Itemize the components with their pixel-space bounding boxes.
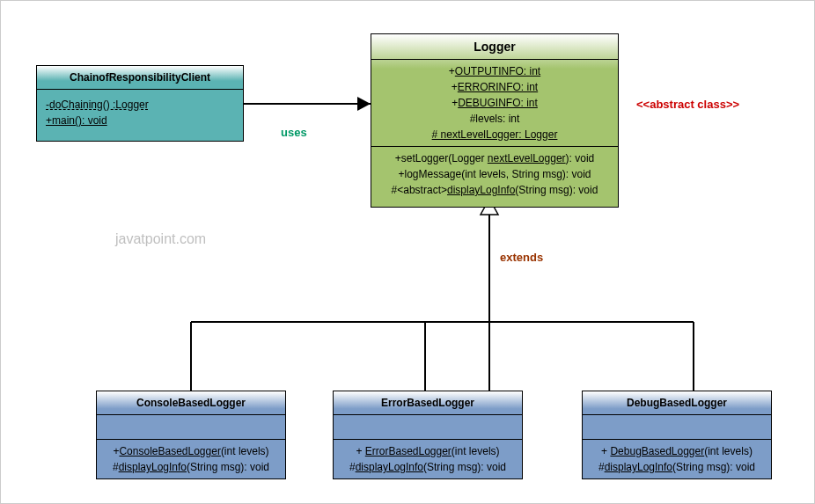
- method-row: #displayLogInfo(String msg): void: [588, 459, 766, 475]
- class-title: Logger: [371, 34, 618, 60]
- method-row: +ConsoleBasedLogger(int levels): [102, 443, 280, 459]
- label-extends: extends: [500, 251, 543, 264]
- attr-row: #levels: int: [377, 111, 613, 127]
- class-chain-of-responsibility-client: ChainofResponsibilityClient -doChaining(…: [36, 65, 244, 142]
- class-title: ErrorBasedLogger: [334, 391, 522, 415]
- method-row: #<abstract>displayLogInfo(String msg): v…: [377, 182, 613, 198]
- class-console-based-logger: ConsoleBasedLogger +ConsoleBasedLogger(i…: [96, 391, 286, 479]
- attr-row: +OUTPUTINFO: int: [377, 63, 613, 79]
- class-title: ConsoleBasedLogger: [97, 391, 285, 415]
- attr-row: # nextLevelLogger: Logger: [377, 127, 613, 142]
- method-row: + ErrorBasedLogger(int levels): [339, 443, 517, 459]
- attr-row: +ERRORINFO: int: [377, 79, 613, 95]
- label-abstract-class: <<abstract class>>: [636, 98, 739, 111]
- class-debug-based-logger: DebugBasedLogger + DebugBasedLogger(int …: [582, 391, 772, 479]
- empty-section: [334, 415, 522, 440]
- class-title: DebugBasedLogger: [583, 391, 771, 415]
- empty-section: [583, 415, 771, 440]
- attr-row: +DEBUGINFO: int: [377, 95, 613, 111]
- class-error-based-logger: ErrorBasedLogger + ErrorBasedLogger(int …: [333, 391, 523, 479]
- svg-marker-1: [357, 97, 371, 111]
- method-row: +main(): void: [46, 113, 234, 128]
- label-uses: uses: [281, 126, 307, 139]
- method-row: +setLogger(Logger nextLevelLogger): void: [377, 150, 613, 166]
- method-row: +logMessage(int levels, String msg): voi…: [377, 166, 613, 182]
- watermark: javatpoint.com: [115, 231, 206, 247]
- method-row: + DebugBasedLogger(int levels): [588, 443, 766, 459]
- method-row: -doChaining() :Logger: [46, 97, 234, 113]
- method-row: #displayLogInfo(String msg): void: [339, 459, 517, 475]
- empty-section: [97, 415, 285, 440]
- class-logger: Logger +OUTPUTINFO: int +ERRORINFO: int …: [371, 33, 619, 208]
- class-title: ChainofResponsibilityClient: [37, 66, 243, 90]
- method-row: #displayLogInfo(String msg): void: [102, 459, 280, 475]
